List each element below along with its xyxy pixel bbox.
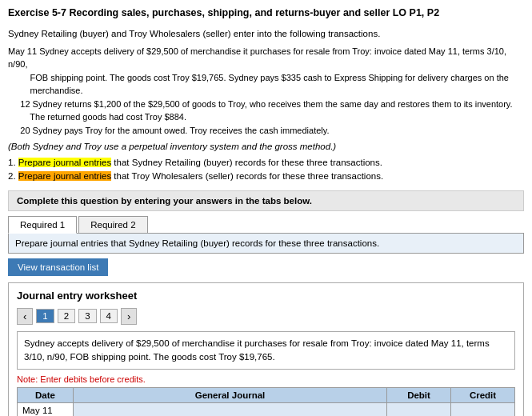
journal-input[interactable] bbox=[78, 406, 382, 415]
transactions-text: May 11 Sydney accepts delivery of $29,50… bbox=[8, 45, 524, 138]
journal-table: Date General Journal Debit Credit May 11 bbox=[17, 387, 515, 416]
exercise-title: Exercise 5-7 Recording sales, purchases,… bbox=[8, 6, 524, 21]
credit-input-cell[interactable] bbox=[451, 403, 515, 416]
numbered-item-2: 2. Prepare journal entries that Troy Who… bbox=[8, 170, 524, 183]
perpetual-note: (Both Sydney and Troy use a perpetual in… bbox=[8, 142, 524, 151]
debit-input[interactable] bbox=[392, 406, 446, 415]
instruction-box: Complete this question by entering your … bbox=[8, 190, 524, 211]
tab-required2[interactable]: Required 2 bbox=[78, 216, 147, 233]
page-1-button[interactable]: 1 bbox=[36, 309, 54, 323]
worksheet-box: Journal entry worksheet ‹ 1 2 3 4 › Sydn… bbox=[8, 282, 524, 416]
numbered-item-1: 1. Prepare journal entries that Sydney R… bbox=[8, 156, 524, 170]
entry-description: Sydney accepts delivery of $29,500 of me… bbox=[17, 331, 515, 370]
page-3-button[interactable]: 3 bbox=[78, 309, 96, 323]
tab-required1[interactable]: Required 1 bbox=[8, 216, 77, 234]
note-text: Note: Enter debits before credits. bbox=[17, 374, 515, 384]
next-page-button[interactable]: › bbox=[121, 308, 137, 325]
tabs-row: Required 1 Required 2 bbox=[8, 216, 524, 234]
item2-highlight: Prepare journal entries bbox=[18, 171, 111, 181]
header-credit: Credit bbox=[451, 388, 515, 403]
worksheet-title: Journal entry worksheet bbox=[17, 290, 515, 302]
journal-input-cell[interactable] bbox=[74, 403, 387, 416]
intro-text: Sydney Retailing (buyer) and Troy Wholes… bbox=[8, 27, 524, 40]
table-row: May 11 bbox=[18, 403, 515, 416]
header-date: Date bbox=[18, 388, 74, 403]
pagination-row: ‹ 1 2 3 4 › bbox=[17, 308, 515, 325]
tab-content: Prepare journal entries that Sydney Reta… bbox=[8, 234, 524, 254]
main-container: Exercise 5-7 Recording sales, purchases,… bbox=[0, 0, 532, 416]
header-general-journal: General Journal bbox=[74, 388, 387, 403]
credit-input[interactable] bbox=[456, 406, 510, 415]
page-2-button[interactable]: 2 bbox=[58, 309, 75, 323]
prev-page-button[interactable]: ‹ bbox=[17, 308, 33, 325]
debit-input-cell[interactable] bbox=[387, 403, 451, 416]
header-debit: Debit bbox=[387, 388, 451, 403]
tabs-area: Required 1 Required 2 Prepare journal en… bbox=[8, 216, 524, 254]
numbered-list: 1. Prepare journal entries that Sydney R… bbox=[8, 156, 524, 184]
date-cell: May 11 bbox=[18, 403, 74, 416]
item1-highlight: Prepare journal entries bbox=[18, 158, 111, 167]
page-4-button[interactable]: 4 bbox=[100, 309, 118, 323]
view-transaction-list-button[interactable]: View transaction list bbox=[8, 258, 108, 276]
